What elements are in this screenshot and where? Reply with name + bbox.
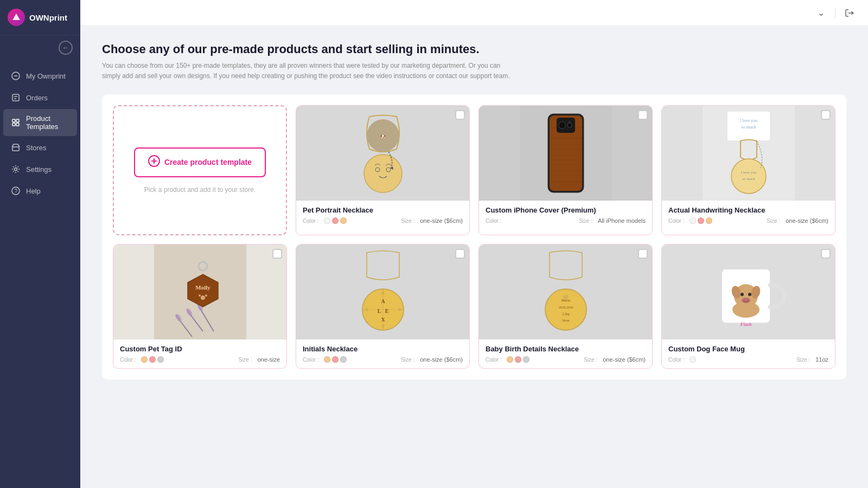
svg-point-11 xyxy=(15,168,17,171)
color-dot-1 xyxy=(141,356,148,363)
product-card-initials-necklace[interactable]: A L E X Initials Necklace Color : xyxy=(296,244,470,369)
size-value: one-size ($6cm) xyxy=(420,356,463,363)
color-dots xyxy=(690,217,712,224)
top-bar: ⌄ xyxy=(80,0,868,26)
size-row: Size : one-size ($6cm) xyxy=(401,217,463,224)
color-dot-3 xyxy=(523,356,529,363)
logo-area[interactable]: OWNprint xyxy=(0,0,80,35)
color-dot-2 xyxy=(332,217,339,224)
product-meta: Color : Size : one-size xyxy=(120,356,280,363)
color-row: Color : xyxy=(668,356,696,363)
logout-icon[interactable] xyxy=(842,5,857,21)
size-row: Size : All iPhone models xyxy=(579,217,646,224)
svg-point-83 xyxy=(741,293,744,296)
product-checkbox[interactable] xyxy=(821,110,831,120)
page-description: You can choose from our 150+ pre-made te… xyxy=(102,61,514,81)
color-dot-1 xyxy=(690,217,696,224)
svg-rect-7 xyxy=(16,119,19,122)
svg-text:A: A xyxy=(381,298,385,304)
product-image-initials: A L E X xyxy=(296,245,469,339)
svg-point-57 xyxy=(199,294,201,297)
color-label: Color : xyxy=(486,218,501,224)
product-checkbox[interactable] xyxy=(638,110,648,120)
size-label: Size : xyxy=(238,357,252,363)
sidebar-label-help: Help xyxy=(26,187,41,195)
svg-text:L: L xyxy=(377,308,381,314)
product-info: Custom Dog Face Mug Color : Size : 11oz xyxy=(662,339,835,368)
color-row: Color : xyxy=(486,356,529,363)
svg-text:so much: so much xyxy=(742,177,755,181)
product-card-pet-portrait-necklace[interactable]: 🐶 Pet Portrait Necklace Color : xyxy=(296,105,470,235)
chevron-down-icon[interactable]: ⌄ xyxy=(813,5,828,21)
product-card-pet-tag[interactable]: Molly Custom Pet Tag ID Color : xyxy=(113,244,287,369)
svg-marker-0 xyxy=(12,14,20,20)
pet-tag-illustration: Molly xyxy=(154,245,246,339)
color-label: Color : xyxy=(303,357,318,363)
product-name: Custom iPhone Cover (Premium) xyxy=(486,206,646,214)
size-row: Size : one-size ($6cm) xyxy=(584,356,646,363)
product-info: Pet Portrait Necklace Color : Size : xyxy=(296,201,469,229)
sidebar-item-help[interactable]: ? Help xyxy=(3,181,77,201)
product-checkbox[interactable] xyxy=(455,110,465,120)
svg-text:🐶: 🐶 xyxy=(380,134,386,139)
sidebar-label-settings: Settings xyxy=(26,165,52,174)
pet-portrait-illustration: 🐶 xyxy=(337,106,429,201)
sidebar-item-settings[interactable]: Settings xyxy=(3,159,77,179)
product-image-pet-portrait: 🐶 xyxy=(296,106,469,201)
product-image-birth: Maria 18.05.2020 3.2kg 50cm xyxy=(479,245,652,339)
color-dot-2 xyxy=(332,356,339,363)
product-checkbox[interactable] xyxy=(638,249,648,259)
create-product-button[interactable]: Create product template xyxy=(134,147,266,177)
sidebar-item-my-ownprint[interactable]: My Ownprint xyxy=(3,66,77,86)
color-dot-2 xyxy=(149,356,156,363)
svg-point-43 xyxy=(731,159,766,194)
sidebar-item-stores[interactable]: Stores xyxy=(3,137,77,158)
color-dots xyxy=(324,217,347,224)
orders-icon xyxy=(11,93,21,102)
product-name: Actual Handwriting Necklace xyxy=(668,206,828,214)
sidebar-item-orders[interactable]: Orders xyxy=(3,87,77,108)
create-product-card[interactable]: Create product template Pick a product a… xyxy=(113,105,287,235)
product-meta: Color : Size : one-size ($6cm) xyxy=(303,356,463,363)
product-name: Pet Portrait Necklace xyxy=(303,206,463,214)
product-image-iphone xyxy=(479,106,652,201)
product-info: Actual Handwriting Necklace Color : Size xyxy=(662,201,835,229)
svg-point-19 xyxy=(364,155,402,192)
product-card-handwriting-necklace[interactable]: I love you so much I love you so much xyxy=(661,105,835,235)
product-checkbox[interactable] xyxy=(821,249,831,259)
product-meta: Color : Size : one-size ($6cm) xyxy=(303,217,463,224)
color-label: Color : xyxy=(668,218,684,224)
svg-point-36 xyxy=(560,124,564,127)
svg-text:Molly: Molly xyxy=(195,284,210,291)
product-card-dog-mug[interactable]: Flash Custom Dog Face Mug Color : xyxy=(661,244,835,369)
size-value: one-size ($6cm) xyxy=(420,217,463,224)
size-value: one-size ($6cm) xyxy=(786,217,828,224)
size-label: Size : xyxy=(796,357,810,363)
svg-rect-8 xyxy=(12,123,15,126)
product-meta: Color : Size : 11oz xyxy=(668,356,828,363)
color-label: Color : xyxy=(486,357,501,363)
product-checkbox[interactable] xyxy=(272,249,282,259)
size-row: Size : 11oz xyxy=(796,356,828,363)
color-dot-1 xyxy=(324,356,330,363)
svg-rect-10 xyxy=(12,147,19,151)
iphone-illustration xyxy=(520,106,612,201)
color-dot-3 xyxy=(706,217,712,224)
product-card-birth-necklace[interactable]: Maria 18.05.2020 3.2kg 50cm Baby Birth D… xyxy=(478,244,653,369)
create-card-hint: Pick a product and add it to your store. xyxy=(144,186,256,194)
sidebar-item-product-templates[interactable]: Product Templates xyxy=(3,109,77,136)
products-grid: Create product template Pick a product a… xyxy=(102,94,846,380)
size-label: Size : xyxy=(401,218,414,224)
color-row: Color : xyxy=(668,217,712,224)
color-dots xyxy=(141,356,164,363)
collapse-button[interactable]: ← xyxy=(59,41,73,55)
product-checkbox[interactable] xyxy=(455,249,465,259)
handwriting-illustration: I love you so much I love you so much xyxy=(703,106,795,201)
create-button-label: Create product template xyxy=(164,158,252,166)
product-image-mug: Flash xyxy=(662,245,835,339)
size-label: Size : xyxy=(584,357,597,363)
color-row: Color : xyxy=(303,356,347,363)
product-image-pet-tag: Molly xyxy=(113,245,286,339)
svg-point-58 xyxy=(205,294,207,297)
product-card-iphone-cover[interactable]: Custom iPhone Cover (Premium) Color : Si… xyxy=(478,105,653,235)
